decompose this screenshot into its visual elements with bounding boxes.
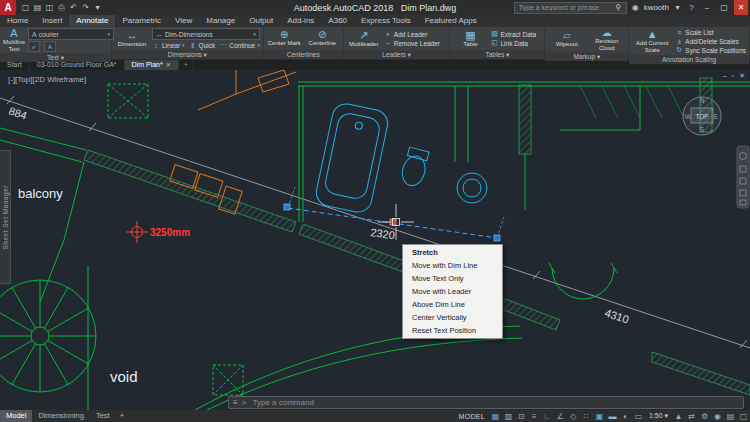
extract-data-button[interactable]: ▧ Extract Data: [490, 30, 536, 38]
menu-item-move-text-only[interactable]: Move Text Only: [404, 272, 501, 285]
app-logo-icon[interactable]: A: [0, 0, 16, 15]
link-data-button[interactable]: ◱ Link Data: [490, 39, 536, 47]
continue-dimension-button[interactable]: ⋯ Continue ▾: [219, 41, 260, 49]
undo-icon[interactable]: ↶: [68, 3, 79, 12]
file-tab-dim-plan[interactable]: Dim Plan* ✕: [125, 60, 179, 70]
menu-item-move-with-dim-line[interactable]: Move with Dim Line: [404, 259, 501, 272]
isometric-drafting-icon[interactable]: ◇: [567, 412, 580, 421]
text-style-combo[interactable]: A courier ▾: [28, 28, 114, 40]
infer-constraints-icon[interactable]: ⊡: [515, 412, 528, 421]
panel-caption-leaders[interactable]: Leaders ▾: [344, 50, 450, 59]
tab-a360[interactable]: A360: [321, 15, 354, 27]
tab-insert[interactable]: Insert: [35, 15, 69, 27]
redo-icon[interactable]: ↷: [80, 3, 91, 12]
account-name[interactable]: kwooth: [644, 3, 669, 12]
viewport-controls[interactable]: [-][Top][2D Wireframe]: [8, 75, 86, 84]
account-dropdown-icon[interactable]: ▾: [672, 3, 683, 12]
tab-annotate[interactable]: Annotate: [69, 15, 115, 27]
menu-item-center-vertically[interactable]: Center Vertically: [404, 311, 501, 324]
dim-style-combo[interactable]: ↔ Dim-Dimensions ▾: [152, 28, 260, 40]
grip[interactable]: [494, 235, 500, 241]
ortho-icon[interactable]: ∟: [541, 412, 554, 421]
drawing-close-icon[interactable]: ✕: [739, 72, 745, 80]
menu-item-move-with-leader[interactable]: Move with Leader: [404, 285, 501, 298]
add-leader-button[interactable]: + Add Leader: [384, 30, 440, 38]
centerline-button[interactable]: ⊘ Centerline: [305, 28, 340, 49]
menu-item-stretch[interactable]: Stretch: [404, 246, 501, 259]
search-input[interactable]: [517, 3, 613, 12]
tab-manage[interactable]: Manage: [199, 15, 242, 27]
lineweight-icon[interactable]: ▬: [606, 412, 619, 421]
menu-item-reset-text-position[interactable]: Reset Text Position: [404, 324, 501, 337]
add-delete-scales-button[interactable]: ± Add/Delete Scales: [675, 37, 746, 45]
tab-output[interactable]: Output: [242, 15, 280, 27]
autoscale-icon[interactable]: ⇄: [685, 412, 698, 421]
quick-properties-icon[interactable]: ▤: [724, 412, 737, 421]
grid-icon[interactable]: ▦: [489, 412, 502, 421]
revision-cloud-button[interactable]: ☁ Revision Cloud: [588, 28, 625, 51]
linear-dimension-button[interactable]: ↕ Linear ▾: [152, 41, 185, 49]
dynamic-input-icon[interactable]: ≡: [528, 412, 541, 421]
polar-tracking-icon[interactable]: ∠: [554, 412, 567, 421]
annotation-visibility-icon[interactable]: ▲: [672, 412, 685, 421]
close-button[interactable]: ✕: [734, 0, 748, 15]
clean-screen-icon[interactable]: ▢: [737, 412, 750, 421]
grip[interactable]: [284, 204, 290, 210]
multileader-button[interactable]: ↗ Multileader: [347, 28, 381, 49]
center-mark-button[interactable]: ⊕ Center Mark: [267, 28, 302, 49]
tab-parametric[interactable]: Parametric: [115, 15, 168, 27]
multiline-text-button[interactable]: A Multiline Text: [3, 28, 25, 52]
panel-caption-markup[interactable]: Markup ▾: [545, 52, 628, 61]
new-drawing-tab-button[interactable]: +: [179, 60, 194, 70]
maximize-button[interactable]: ▢: [717, 0, 731, 15]
tab-home[interactable]: Home: [0, 15, 35, 27]
panel-caption-centerlines[interactable]: Centerlines: [264, 50, 343, 59]
new-layout-button[interactable]: +: [116, 410, 128, 422]
remove-leader-button[interactable]: − Remove Leader: [384, 39, 440, 47]
sheet-set-manager-palette-tab[interactable]: Sheet Set Manager: [0, 150, 11, 284]
workspace-gear-icon[interactable]: ⚙: [698, 412, 711, 421]
search-icon[interactable]: ⚲: [613, 3, 624, 12]
snap-mode-icon[interactable]: ▥: [502, 412, 515, 421]
file-tab-start[interactable]: Start: [0, 60, 30, 70]
open-file-icon[interactable]: ▤: [32, 3, 43, 12]
minimize-button[interactable]: –: [700, 0, 714, 15]
tab-featured-apps[interactable]: Featured Apps: [418, 15, 484, 27]
selection-cycling-icon[interactable]: ▭: [632, 412, 645, 421]
tab-express-tools[interactable]: Express Tools: [354, 15, 418, 27]
viewcube[interactable]: TOP N W S E: [683, 97, 721, 135]
scale-list-button[interactable]: ≡ Scale List: [675, 28, 746, 36]
tab-close-icon[interactable]: ✕: [166, 60, 171, 70]
table-button[interactable]: ▦ Table: [453, 28, 487, 49]
text-style-manager-button[interactable]: A: [44, 41, 56, 52]
annotation-monitor-icon[interactable]: ◉: [711, 412, 724, 421]
object-snap-icon[interactable]: ▣: [593, 412, 606, 421]
transparency-icon[interactable]: ◐: [619, 412, 632, 421]
qat-dropdown-icon[interactable]: ▾: [92, 3, 103, 12]
command-customize-icon[interactable]: ≡: [233, 398, 238, 407]
new-file-icon[interactable]: ▢: [20, 3, 31, 12]
add-current-scale-button[interactable]: ▲ Add Current Scale: [632, 28, 672, 54]
command-input[interactable]: [250, 397, 739, 408]
account-icon[interactable]: ◉: [630, 3, 641, 12]
save-icon[interactable]: ◫: [44, 3, 55, 12]
layout-tab-dimensioning[interactable]: Dimensioning: [32, 410, 89, 422]
wipeout-button[interactable]: ▱ Wipeout: [548, 28, 585, 51]
model-space[interactable]: [-][Top][2D Wireframe] ‒ ▫ ✕ Sheet Set M…: [0, 70, 750, 410]
tab-view[interactable]: View: [168, 15, 199, 27]
dimension-button[interactable]: ↔ Dimension: [115, 28, 149, 49]
panel-caption-annotation-scaling[interactable]: Annotation Scaling: [629, 55, 749, 64]
tab-addins[interactable]: Add-ins: [280, 15, 321, 27]
plot-icon[interactable]: ⎙: [56, 3, 67, 13]
layout-tab-test[interactable]: Test: [90, 410, 116, 422]
object-snap-tracking-icon[interactable]: ∷: [580, 412, 593, 421]
check-spelling-button[interactable]: ✓: [28, 41, 40, 52]
layout-tab-model[interactable]: Model: [0, 410, 32, 422]
file-tab-ground-floor[interactable]: 03-010 Ground Floor GA*: [30, 60, 125, 70]
quick-dimension-button[interactable]: ‖ Quick: [189, 41, 216, 49]
model-space-indicator[interactable]: MODEL: [455, 413, 489, 420]
drawing-restore-icon[interactable]: ▫: [732, 72, 734, 80]
panel-caption-dimensions[interactable]: Dimensions ▾: [112, 50, 263, 59]
drawing-canvas[interactable]: 884 4310: [0, 70, 750, 410]
annotation-scale-control[interactable]: 1:50 ▾: [645, 412, 672, 420]
